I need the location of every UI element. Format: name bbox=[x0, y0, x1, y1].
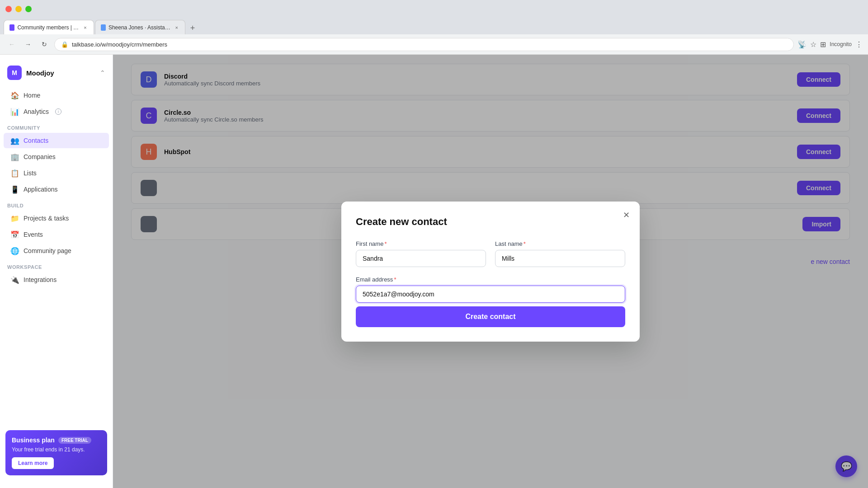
create-contact-button[interactable]: Create contact bbox=[356, 306, 625, 327]
new-tab-btn[interactable]: + bbox=[186, 22, 199, 34]
modal-overlay: Create new contact ✕ First name* Last na… bbox=[113, 55, 868, 488]
window-close-btn[interactable] bbox=[5, 6, 12, 12]
main-content: D Discord Automatically sync Discord mem… bbox=[113, 55, 868, 488]
lists-icon: 📋 bbox=[11, 169, 19, 177]
last-name-group: Last name* bbox=[495, 240, 625, 267]
first-name-group: First name* bbox=[356, 240, 486, 267]
org-name: Moodjoy bbox=[26, 69, 95, 77]
cast-icon: 📡 bbox=[797, 40, 807, 49]
first-name-label: First name* bbox=[356, 240, 486, 247]
banner-title-row: Business plan FREE TRIAL bbox=[12, 436, 101, 444]
sidebar-item-label-analytics: Analytics bbox=[24, 108, 49, 115]
menu-icon[interactable]: ⋮ bbox=[855, 40, 863, 49]
banner-description: Your free trial ends in 21 days. bbox=[12, 446, 101, 453]
sidebar-toggle-icon[interactable]: ⊞ bbox=[820, 40, 826, 49]
browser-chrome: Community members | Talkba... × Sheena J… bbox=[0, 0, 868, 55]
workspace-section-label: WORKSPACE bbox=[0, 259, 113, 272]
chevron-icon: ⌃ bbox=[100, 69, 105, 76]
integrations-icon: 🔌 bbox=[11, 276, 19, 284]
name-form-row: First name* Last name* bbox=[356, 240, 625, 267]
window-min-btn[interactable] bbox=[15, 6, 22, 12]
sidebar-item-label-companies: Companies bbox=[24, 153, 56, 160]
business-banner: Business plan FREE TRIAL Your free trial… bbox=[5, 430, 107, 475]
email-input[interactable] bbox=[356, 286, 625, 303]
sidebar-item-label-home: Home bbox=[24, 92, 40, 99]
tab-title-2: Sheena Jones · Assistant at Mo... bbox=[108, 24, 171, 31]
create-contact-modal: Create new contact ✕ First name* Last na… bbox=[341, 202, 640, 342]
addr-icons: 📡 ☆ ⊞ Incognito ⋮ bbox=[797, 40, 863, 49]
sidebar-item-analytics[interactable]: 📊 Analytics i bbox=[4, 104, 109, 119]
tab-close-2[interactable]: × bbox=[174, 24, 179, 31]
refresh-btn[interactable]: ↻ bbox=[38, 38, 51, 51]
modal-title: Create new contact bbox=[356, 216, 625, 228]
sidebar-item-lists[interactable]: 📋 Lists bbox=[4, 165, 109, 181]
last-name-input[interactable] bbox=[495, 250, 625, 267]
sidebar-item-label-events: Events bbox=[24, 231, 43, 238]
events-icon: 📅 bbox=[11, 230, 19, 239]
first-name-input[interactable] bbox=[356, 250, 486, 267]
sidebar-header[interactable]: M Moodjoy ⌃ bbox=[0, 62, 113, 87]
sidebar-item-label-projects: Projects & tasks bbox=[24, 215, 69, 222]
app-layout: M Moodjoy ⌃ 🏠 Home 📊 Analytics i COMMUNI… bbox=[0, 55, 868, 488]
sidebar-item-projects[interactable]: 📁 Projects & tasks bbox=[4, 211, 109, 226]
sidebar-item-label-integrations: Integrations bbox=[24, 276, 57, 283]
title-bar bbox=[0, 0, 868, 18]
sidebar-item-label-applications: Applications bbox=[24, 186, 58, 193]
community-section-label: COMMUNITY bbox=[0, 120, 113, 132]
projects-icon: 📁 bbox=[11, 214, 19, 222]
tab-favicon-2 bbox=[101, 24, 106, 31]
home-icon: 🏠 bbox=[11, 91, 19, 99]
tab-close-1[interactable]: × bbox=[82, 24, 88, 31]
email-group: Email address* bbox=[356, 276, 625, 303]
star-icon[interactable]: ☆ bbox=[810, 40, 816, 49]
last-name-label: Last name* bbox=[495, 240, 625, 247]
last-name-required: * bbox=[524, 240, 526, 247]
tab-2[interactable]: Sheena Jones · Assistant at Mo... × bbox=[95, 20, 185, 34]
incognito-label: Incognito bbox=[830, 41, 852, 47]
url-bar[interactable]: 🔒 talkbase.io/w/moodjoy/crm/members bbox=[54, 38, 794, 51]
address-bar: ← → ↻ 🔒 talkbase.io/w/moodjoy/crm/member… bbox=[0, 34, 868, 54]
sidebar-item-integrations[interactable]: 🔌 Integrations bbox=[4, 272, 109, 287]
tabs-bar: Community members | Talkba... × Sheena J… bbox=[0, 18, 868, 34]
email-label: Email address* bbox=[356, 276, 625, 283]
learn-more-button[interactable]: Learn more bbox=[12, 457, 54, 469]
email-required: * bbox=[394, 276, 396, 283]
sidebar-item-label-community-page: Community page bbox=[24, 247, 71, 254]
sidebar-item-home[interactable]: 🏠 Home bbox=[4, 88, 109, 103]
analytics-icon: 📊 bbox=[11, 108, 19, 116]
forward-btn[interactable]: → bbox=[22, 38, 34, 51]
sidebar-item-events[interactable]: 📅 Events bbox=[4, 227, 109, 242]
window-controls bbox=[5, 6, 32, 12]
back-btn[interactable]: ← bbox=[5, 38, 18, 51]
org-avatar: M bbox=[7, 66, 22, 80]
companies-icon: 🏢 bbox=[11, 153, 19, 161]
sidebar-item-label-lists: Lists bbox=[24, 169, 37, 177]
applications-icon: 📱 bbox=[11, 185, 19, 193]
first-name-required: * bbox=[384, 240, 387, 247]
tab-favicon-1 bbox=[9, 24, 14, 31]
tab-1[interactable]: Community members | Talkba... × bbox=[4, 20, 94, 34]
window-max-btn[interactable] bbox=[25, 6, 32, 12]
sidebar-item-contacts[interactable]: 👥 Contacts bbox=[4, 133, 109, 148]
build-section-label: BUILD bbox=[0, 197, 113, 210]
info-icon: i bbox=[55, 108, 61, 115]
sidebar-item-companies[interactable]: 🏢 Companies bbox=[4, 149, 109, 164]
sidebar-item-label-contacts: Contacts bbox=[24, 137, 48, 144]
sidebar-item-community-page[interactable]: 🌐 Community page bbox=[4, 243, 109, 258]
sidebar: M Moodjoy ⌃ 🏠 Home 📊 Analytics i COMMUNI… bbox=[0, 55, 113, 488]
modal-close-button[interactable]: ✕ bbox=[620, 209, 632, 221]
sidebar-item-applications[interactable]: 📱 Applications bbox=[4, 182, 109, 197]
community-page-icon: 🌐 bbox=[11, 247, 19, 255]
tab-title-1: Community members | Talkba... bbox=[17, 24, 79, 31]
url-text: talkbase.io/w/moodjoy/crm/members bbox=[72, 41, 787, 48]
free-trial-badge: FREE TRIAL bbox=[58, 437, 91, 444]
banner-title: Business plan bbox=[12, 436, 55, 444]
contacts-icon: 👥 bbox=[11, 136, 19, 145]
